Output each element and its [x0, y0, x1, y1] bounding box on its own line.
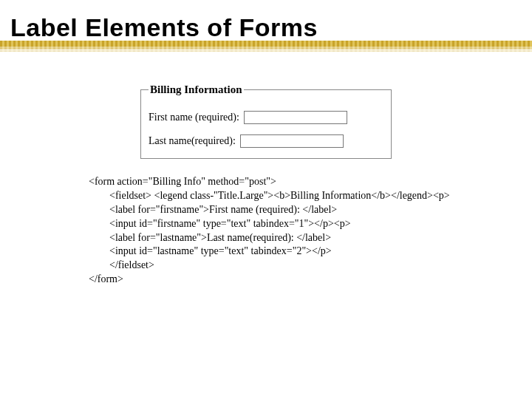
- code-line: <label for="firstname">First name (requi…: [89, 204, 337, 215]
- code-line: <input id="firstname" type="text" tabind…: [89, 218, 351, 229]
- code-line: </form>: [89, 273, 123, 284]
- form-row-lastname: Last name(required):: [149, 134, 383, 148]
- page-title: Label Elements of Forms: [10, 13, 532, 42]
- firstname-input[interactable]: [244, 111, 347, 124]
- form-demo: Billing Information First name (required…: [140, 83, 392, 159]
- fieldset-legend: Billing Information: [149, 83, 244, 96]
- code-line: <fieldset> <legend class-"Title.Large"><…: [89, 190, 450, 201]
- code-line: <label for="lastname">Last name(required…: [89, 232, 331, 243]
- code-line: <form action="Billing Info" method="post…: [89, 176, 276, 187]
- code-line: <input id="lastname" type="text" tabinde…: [89, 245, 332, 256]
- title-underline: [0, 41, 532, 54]
- lastname-label: Last name(required):: [149, 135, 236, 147]
- form-row-firstname: First name (required):: [149, 111, 383, 124]
- firstname-label: First name (required):: [149, 112, 239, 123]
- code-line: </fieldset>: [89, 259, 154, 270]
- lastname-input[interactable]: [240, 134, 344, 148]
- code-block: <form action="Billing Info" method="post…: [89, 175, 532, 287]
- billing-fieldset: Billing Information First name (required…: [140, 83, 392, 159]
